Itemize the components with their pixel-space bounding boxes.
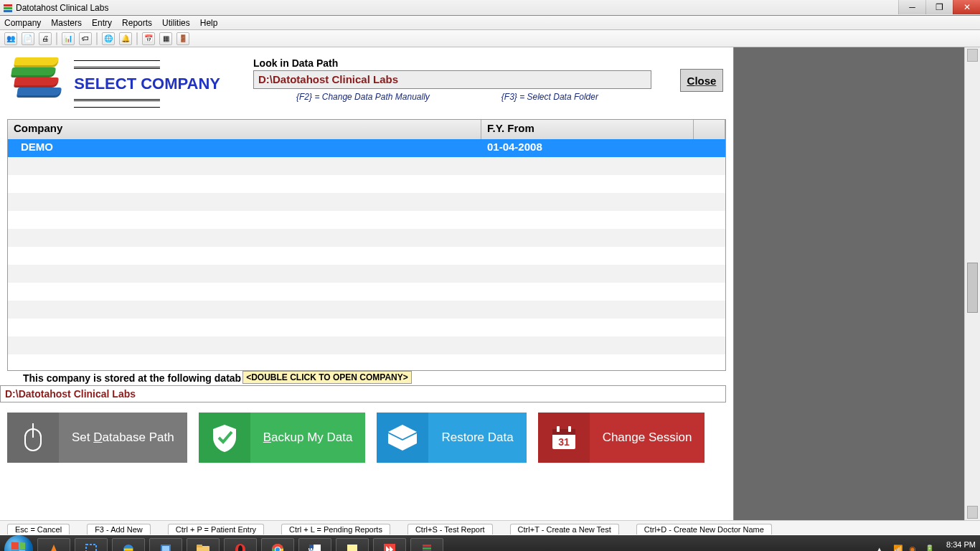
tray-network-icon[interactable]: 📶 — [893, 545, 903, 551]
restore-data-button[interactable]: Restore Data — [377, 413, 526, 463]
table-row[interactable] — [8, 193, 725, 211]
menu-help[interactable]: Help — [200, 18, 218, 28]
table-row[interactable] — [8, 301, 725, 319]
shortcut-ctrld[interactable]: Ctrl+D - Create New Doctor Name — [636, 524, 772, 534]
header-lines: SELECT COMPANY — [74, 57, 220, 108]
menu-utilities[interactable]: Utilities — [162, 18, 190, 28]
task-opera[interactable] — [224, 538, 257, 551]
shield-check-icon — [199, 413, 250, 463]
task-snipping[interactable] — [75, 538, 108, 551]
system-tray: ▴ 📶 ◉ 🔋 8:34 PM 1/22/2019 — [877, 535, 976, 551]
toolbar-tag-icon[interactable]: 🏷 — [79, 32, 92, 45]
backup-my-data-button[interactable]: Backup My Data — [199, 413, 366, 463]
shortcut-ctrls[interactable]: Ctrl+S - Test Report — [407, 524, 493, 534]
table-row[interactable] — [8, 211, 725, 229]
svg-rect-36 — [423, 545, 431, 547]
set-database-path-button[interactable]: Set Database Path — [7, 413, 187, 463]
table-row[interactable] — [8, 229, 725, 247]
task-vlc[interactable] — [37, 538, 70, 551]
taskbar: W ▴ 📶 ◉ 🔋 8:34 PM 1/22/2019 — [0, 535, 980, 551]
tray-battery-icon[interactable]: 🔋 — [925, 545, 935, 551]
calendar-icon: 31 — [538, 413, 590, 463]
svg-rect-10 — [557, 426, 560, 432]
menu-bar: Company Masters Entry Reports Utilities … — [0, 16, 980, 30]
side-pane — [733, 47, 964, 520]
shortcut-ctrlt[interactable]: Ctrl+T - Create a New Test — [510, 524, 619, 534]
toolbar-exit-icon[interactable]: 🚪 — [176, 32, 189, 45]
window-minimize-button[interactable]: ─ — [898, 0, 925, 14]
shortcut-bar: Esc = Cancel F3 - Add New Ctrl + P = Pat… — [0, 520, 980, 534]
toolbar-separator — [136, 32, 138, 45]
toolbar-chart-icon[interactable]: 📊 — [62, 32, 75, 45]
toolbar-bell-icon[interactable]: 🔔 — [119, 32, 132, 45]
col-fy-header[interactable]: F.Y. From — [481, 120, 694, 139]
tray-avast-icon[interactable]: ◉ — [909, 545, 919, 551]
menu-reports[interactable]: Reports — [122, 18, 152, 28]
close-button[interactable]: Close — [680, 69, 723, 92]
look-in-label: Look in Data Path — [253, 57, 651, 69]
window-titlebar: Datotahost Clinical Labs ─ ❐ ✕ — [0, 0, 980, 16]
select-company-title: SELECT COMPANY — [74, 75, 220, 93]
col-company-header[interactable]: Company — [8, 120, 481, 139]
table-body[interactable]: DEMO01-04-2008 — [8, 139, 725, 370]
svg-rect-37 — [423, 547, 431, 550]
task-ie[interactable] — [112, 538, 145, 551]
app-icon — [3, 3, 13, 13]
company-table: Company F.Y. From DEMO01-04-2008 — [7, 119, 726, 371]
start-button[interactable] — [4, 535, 33, 551]
menu-company[interactable]: Company — [4, 18, 41, 28]
task-settings[interactable] — [149, 538, 182, 551]
stored-label: This company is stored at the following … — [7, 372, 241, 384]
vertical-scrollbar[interactable] — [964, 47, 980, 520]
toolbar-calendar-icon[interactable]: 📅 — [142, 32, 155, 45]
table-row[interactable] — [8, 283, 725, 301]
table-row[interactable] — [8, 247, 725, 265]
toolbar-print-icon[interactable]: 🖨 — [39, 32, 52, 45]
svg-rect-20 — [197, 545, 202, 547]
window-maximize-button[interactable]: ❐ — [925, 0, 953, 14]
hint-f3: {F3} = Select Data Folder — [501, 92, 598, 102]
svg-rect-11 — [568, 426, 571, 432]
table-row[interactable] — [8, 319, 725, 336]
data-path-input[interactable]: D:\Datotahost Clinical Labs — [253, 70, 651, 89]
table-row[interactable]: DEMO01-04-2008 — [8, 139, 725, 157]
task-chrome[interactable] — [261, 538, 294, 551]
table-row[interactable] — [8, 336, 725, 354]
task-word[interactable]: W — [298, 538, 331, 551]
shortcut-ctrll[interactable]: Ctrl + L = Pending Reports — [281, 524, 390, 534]
shortcut-ctrlp[interactable]: Ctrl + P = Patient Entry — [168, 524, 264, 534]
window-title: Datotahost Clinical Labs — [16, 3, 108, 13]
toolbar-users-icon[interactable]: 👥 — [4, 32, 17, 45]
table-row[interactable] — [8, 265, 725, 283]
tray-up-icon[interactable]: ▴ — [877, 545, 887, 551]
table-row[interactable] — [8, 354, 725, 370]
svg-rect-1 — [4, 7, 12, 9]
toolbar-globe-icon[interactable]: 🌐 — [102, 32, 115, 45]
menu-entry[interactable]: Entry — [92, 18, 112, 28]
toolbar-copy-icon[interactable]: 📄 — [22, 32, 34, 45]
window-close-button[interactable]: ✕ — [953, 0, 980, 14]
svg-rect-18 — [162, 546, 169, 551]
shortcut-esc[interactable]: Esc = Cancel — [7, 524, 70, 534]
svg-rect-15 — [86, 545, 96, 551]
double-click-hint: <DOUBLE CLICK TO OPEN COMPANY> — [242, 371, 412, 384]
hint-f2: {F2} = Change Data Path Manually — [296, 92, 430, 102]
task-explorer[interactable] — [187, 538, 220, 551]
svg-rect-9 — [552, 429, 575, 435]
task-labs[interactable] — [410, 538, 443, 551]
restore-label: Restore Data — [428, 413, 526, 463]
svg-rect-2 — [4, 10, 12, 12]
shortcut-f3[interactable]: F3 - Add New — [87, 524, 151, 534]
toolbar-grid-icon[interactable]: ▦ — [159, 32, 172, 45]
task-notes[interactable] — [336, 538, 369, 551]
toolbar-separator — [56, 32, 57, 45]
menu-masters[interactable]: Masters — [51, 18, 82, 28]
change-session-button[interactable]: 31 Change Session — [538, 413, 705, 463]
books-icon — [10, 57, 62, 105]
col-scroll-header — [694, 120, 725, 139]
task-anydesk[interactable] — [373, 538, 406, 551]
table-row[interactable] — [8, 157, 725, 175]
tray-clock[interactable]: 8:34 PM 1/22/2019 — [941, 540, 976, 551]
table-row[interactable] — [8, 175, 725, 193]
svg-rect-0 — [4, 4, 12, 6]
